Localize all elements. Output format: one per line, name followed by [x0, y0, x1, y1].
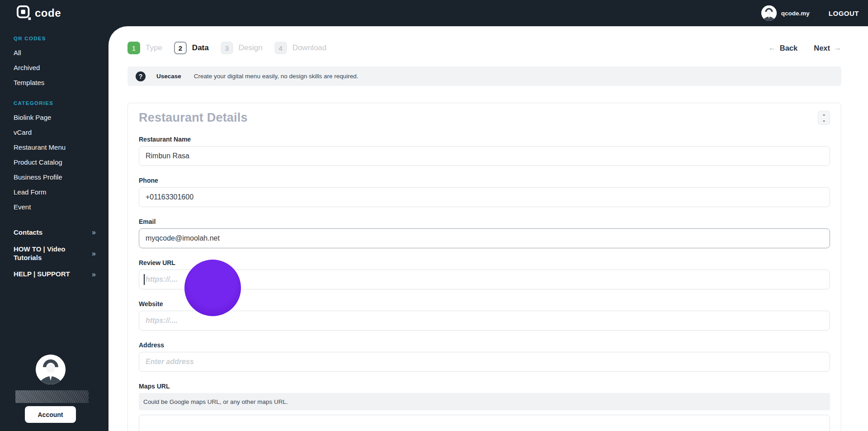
user-avatar-icon [761, 5, 777, 21]
usecase-title: Usecase [156, 73, 181, 80]
website-input[interactable] [139, 311, 830, 331]
chevron-down-icon: ⌄ [822, 118, 826, 122]
field-label: Website [139, 300, 830, 308]
wizard-stepper: 1 Type 2 Data 3 Design 4 Download [127, 42, 841, 54]
step-download[interactable]: 4 Download [274, 42, 327, 54]
sidebar-item-biolink-page[interactable]: Biolink Page [14, 110, 96, 125]
sidebar-item-label: HELP | SUPPORT [14, 270, 70, 279]
sidebar-item-lead-form[interactable]: Lead Form [14, 185, 96, 199]
sidebar-item-help-support[interactable]: HELP | SUPPORT » [14, 266, 96, 283]
sidebar-item-label: Contacts [14, 228, 42, 237]
account-menu[interactable]: qcode.my [761, 5, 810, 21]
sidebar-item-event[interactable]: Event [14, 199, 96, 214]
chevron-double-right-icon: » [92, 270, 96, 279]
sidebar-item-contacts[interactable]: Contacts » [14, 224, 96, 241]
chevron-double-right-icon: » [92, 228, 96, 237]
back-arrow-icon: ← [769, 43, 776, 52]
field-label: Address [139, 341, 830, 349]
reorder-section-button[interactable]: ⌃ ⌄ [818, 111, 830, 125]
step-design[interactable]: 3 Design [221, 42, 263, 54]
main-content: 1 Type 2 Data 3 Design 4 Download [108, 26, 868, 431]
sidebar-item-templates[interactable]: Templates [14, 75, 96, 90]
email-input[interactable] [139, 228, 830, 248]
sidebar-item-label: HOW TO | Video Tutorials [14, 245, 71, 262]
restaurant-details-card: Restaurant Details ⌃ ⌄ Restaurant Name P… [127, 103, 841, 431]
step-label: Data [192, 43, 209, 52]
step-number: 3 [221, 42, 233, 54]
review-url-input[interactable] [139, 270, 830, 289]
text-cursor [144, 274, 145, 285]
sidebar-item-archived[interactable]: Archived [14, 60, 96, 75]
profile-avatar[interactable] [36, 355, 66, 384]
sidebar-item-how-to-video-tutorials[interactable]: HOW TO | Video Tutorials » [14, 241, 96, 266]
sidebar-item-all[interactable]: All [14, 45, 96, 60]
sidebar-item-business-profile[interactable]: Business Profile [14, 170, 96, 185]
step-type[interactable]: 1 Type [127, 42, 162, 54]
phone-input[interactable] [139, 187, 830, 207]
field-address: Address [139, 341, 830, 372]
maps-url-input[interactable] [139, 415, 830, 431]
next-button[interactable]: Next → [814, 43, 841, 52]
sidebar-item-restaurant-menu[interactable]: Restaurant Menu [14, 140, 96, 155]
next-button-label: Next [814, 44, 830, 52]
chevron-double-right-icon: » [92, 250, 96, 258]
field-review-url: Review URL [139, 259, 830, 289]
maps-url-helper-text: Could be Google maps URL, or any other m… [139, 393, 830, 410]
sidebar-item-product-catalog[interactable]: Product Catalog [14, 155, 96, 170]
step-label: Download [292, 43, 327, 52]
usecase-banner: ? Usecase Create your digital menu easil… [127, 66, 841, 86]
step-number: 2 [174, 42, 187, 54]
field-label: Email [139, 218, 830, 225]
sidebar-item-vcard[interactable]: vCard [14, 125, 96, 140]
sidebar: QR CODES All Archived Templates CATEGORI… [0, 26, 108, 431]
field-phone: Phone [139, 177, 830, 207]
step-data[interactable]: 2 Data [174, 42, 209, 54]
address-input[interactable] [139, 352, 830, 372]
card-title: Restaurant Details [139, 111, 248, 125]
field-label: Review URL [139, 259, 830, 266]
sidebar-header-categories: CATEGORIES [14, 96, 96, 110]
account-name: qcode.my [781, 10, 810, 17]
field-maps-url: Maps URL Could be Google maps URL, or an… [139, 383, 830, 431]
field-label: Maps URL [139, 383, 830, 390]
back-button-label: Back [780, 44, 797, 52]
usecase-description: Create your digital menu easily, no desi… [194, 73, 359, 80]
account-button[interactable]: Account [25, 406, 76, 423]
next-arrow-icon: → [834, 43, 841, 52]
restaurant-name-input[interactable] [139, 146, 830, 166]
help-question-icon: ? [136, 71, 146, 81]
field-restaurant-name: Restaurant Name [139, 136, 830, 166]
topbar: code qcode.my LOGOUT [0, 0, 868, 26]
sidebar-header-qr-codes: QR CODES [14, 32, 96, 45]
step-number: 4 [274, 42, 287, 54]
back-button[interactable]: ← Back [769, 43, 797, 52]
field-email: Email [139, 218, 830, 248]
field-website: Website [139, 300, 830, 331]
field-label: Restaurant Name [139, 136, 830, 143]
step-number: 1 [127, 42, 140, 54]
step-label: Design [239, 43, 263, 52]
app-logo[interactable]: code [17, 5, 61, 21]
step-label: Type [146, 43, 162, 52]
loading-shimmer-strip [15, 390, 89, 403]
logout-button[interactable]: LOGOUT [829, 9, 859, 17]
qr-logo-icon [17, 5, 32, 21]
logo-text: code [35, 7, 61, 19]
field-label: Phone [139, 177, 830, 184]
